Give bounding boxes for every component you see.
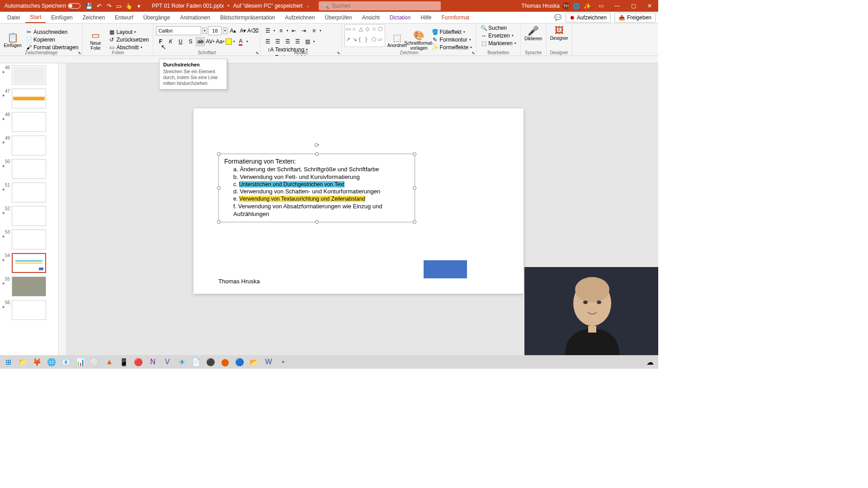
reset-button[interactable]: ↺Zurücksetzen — [107, 36, 150, 43]
resize-handle[interactable] — [217, 152, 221, 156]
increase-font-icon[interactable]: A▴ — [228, 26, 237, 35]
resize-handle[interactable] — [315, 152, 319, 156]
coming-soon-icon[interactable]: ✨ — [583, 2, 591, 10]
list-item[interactable]: b. Verwendung von Fett- und Kursivformat… — [233, 174, 409, 181]
tab-ueberpruefen[interactable]: Überprüfen — [320, 13, 356, 23]
comments-icon[interactable]: 💬 — [554, 14, 562, 22]
text-heading[interactable]: Formatierung von Texten: — [224, 158, 409, 165]
slide-thumbnail-panel[interactable]: 46★ 47★ 48★ 49★ 50★ 51★ 52★ 53★ 54★ 55★ … — [0, 63, 59, 360]
app-icon[interactable]: 🔴 — [132, 356, 145, 368]
rotation-handle-icon[interactable]: ⟳ — [314, 141, 320, 149]
numbering-icon[interactable]: ≡ — [276, 26, 285, 35]
italic-icon[interactable]: K — [166, 37, 175, 46]
slide-54[interactable]: ⟳ Formatierung von Texten: a. Änderung d… — [193, 108, 524, 294]
visio-icon[interactable]: V — [161, 356, 174, 368]
search-input[interactable] — [332, 3, 437, 9]
vlc-icon[interactable]: ▲ — [103, 356, 116, 368]
dialog-launcher-icon[interactable]: ⬊ — [472, 51, 475, 55]
select-button[interactable]: ⬚Markieren▾ — [479, 40, 517, 47]
app-icon[interactable]: 📂 — [248, 356, 260, 368]
minimize-icon[interactable]: — — [610, 0, 624, 12]
onenote-icon[interactable]: N — [146, 356, 159, 368]
save-icon[interactable]: 💾 — [85, 2, 93, 10]
font-name-input[interactable] — [156, 26, 201, 35]
shadow-icon[interactable]: S — [186, 37, 195, 46]
line-spacing-icon[interactable]: ≡ — [309, 26, 318, 35]
tab-bildschirm[interactable]: Bildschirmpräsentation — [216, 13, 279, 23]
shape-outline-button[interactable]: ✎Formkontur▾ — [430, 36, 473, 43]
firefox-icon[interactable]: 🦊 — [31, 356, 43, 368]
search-box[interactable]: 🔍 — [319, 1, 441, 10]
powerpoint-icon[interactable]: 📊 — [74, 356, 87, 368]
word-icon[interactable]: W — [262, 356, 275, 368]
thumbnail-55[interactable] — [12, 277, 46, 296]
dialog-launcher-icon[interactable]: ⬊ — [255, 51, 259, 55]
list-item[interactable]: f. Verwendung von Absatzformatierungen w… — [233, 203, 409, 218]
tab-entwurf[interactable]: Entwurf — [110, 13, 138, 23]
user-name[interactable]: Thomas Hruska — [521, 3, 560, 9]
shapes-gallery[interactable]: ▭○△◇☆⬡ ↗↘{}⬠▱ — [344, 24, 385, 47]
chrome-icon[interactable]: 🌐 — [45, 356, 58, 368]
explorer-icon[interactable]: 📁 — [16, 356, 29, 368]
list-item[interactable]: e. Verwendung von Textausrichtung und Ze… — [233, 196, 409, 203]
resize-handle[interactable] — [217, 220, 221, 224]
cut-button[interactable]: ✂Ausschneiden — [24, 28, 80, 36]
align-right-icon[interactable]: ☰ — [283, 37, 292, 46]
app-icon[interactable]: ⬤ — [219, 356, 231, 368]
globe-icon[interactable]: 🌐 — [572, 2, 580, 10]
list-item[interactable]: c. Unterstrichen und Durchgestrichen von… — [233, 181, 409, 188]
find-button[interactable]: 🔍Suchen — [479, 24, 517, 32]
ribbon-display-icon[interactable]: ▭ — [594, 0, 608, 12]
tab-zeichnen[interactable]: Zeichnen — [78, 13, 109, 23]
thumbnail-48[interactable] — [12, 112, 46, 132]
increase-indent-icon[interactable]: ⇥ — [299, 26, 308, 35]
char-spacing-icon[interactable]: AV▾ — [206, 37, 215, 46]
change-case-icon[interactable]: Aa▾ — [216, 37, 225, 46]
app-icon[interactable]: 📄 — [190, 356, 203, 368]
present-from-start-icon[interactable]: ▭ — [115, 2, 123, 10]
decrease-font-icon[interactable]: A▾ — [238, 26, 247, 35]
thumbnail-46[interactable] — [12, 65, 46, 85]
copy-button[interactable]: 📄Kopieren — [24, 36, 80, 43]
tab-animationen[interactable]: Animationen — [175, 13, 215, 23]
qat-more-icon[interactable]: ▾ — [135, 2, 143, 10]
list-item[interactable]: d. Verwendung von Schatten- und Konturfo… — [233, 188, 409, 196]
thumbnail-54[interactable] — [12, 253, 46, 273]
user-avatar[interactable]: TH — [562, 2, 570, 9]
thumbnail-52[interactable] — [12, 206, 46, 226]
start-icon[interactable]: ⊞ — [2, 356, 14, 368]
tab-ansicht[interactable]: Ansicht — [357, 13, 384, 23]
dialog-launcher-icon[interactable]: ⬊ — [337, 51, 340, 55]
thumbnail-51[interactable] — [12, 183, 46, 202]
app-icon[interactable]: 🔵 — [233, 356, 246, 368]
layout-button[interactable]: ▦Layout▾ — [107, 28, 150, 36]
decrease-indent-icon[interactable]: ⇤ — [289, 26, 298, 35]
align-left-icon[interactable]: ☰ — [263, 37, 272, 46]
resize-handle[interactable] — [315, 220, 319, 224]
blue-rectangle-shape[interactable] — [424, 260, 467, 278]
tab-start[interactable]: Start — [25, 12, 46, 23]
touch-mode-icon[interactable]: 👆 — [125, 2, 133, 10]
obs-icon[interactable]: ⚫ — [204, 356, 217, 368]
tab-hilfe[interactable]: Hilfe — [416, 13, 436, 23]
slide-footer[interactable]: Thomas Hruska — [218, 278, 260, 285]
font-size-input[interactable] — [208, 26, 222, 35]
resize-handle[interactable] — [413, 220, 416, 224]
resize-handle[interactable] — [217, 186, 221, 190]
thumbnail-50[interactable] — [12, 159, 46, 179]
replace-button[interactable]: ↔Ersetzen▾ — [479, 32, 517, 39]
app-icon[interactable]: ⚪ — [89, 356, 101, 368]
thumbnail-49[interactable] — [12, 136, 46, 155]
font-color-icon[interactable]: A — [236, 37, 245, 46]
weather-icon[interactable]: ☁ — [644, 356, 656, 368]
dictate-button[interactable]: 🎤Diktieren — [524, 24, 543, 41]
strikethrough-icon[interactable]: ab — [196, 37, 205, 46]
record-button[interactable]: ⏺Aufzeichnen — [566, 13, 611, 23]
thumbnail-56[interactable] — [12, 300, 46, 320]
tab-aufzeichnen[interactable]: Aufzeichnen — [280, 13, 319, 23]
designer-button[interactable]: 🖼Designer — [549, 24, 569, 41]
columns-icon[interactable]: ▥ — [303, 37, 312, 46]
shape-fill-button[interactable]: 🪣Fülleffekt▾ — [430, 28, 473, 36]
tab-uebergaenge[interactable]: Übergänge — [139, 13, 175, 23]
redo-icon[interactable]: ↷ — [105, 2, 113, 10]
